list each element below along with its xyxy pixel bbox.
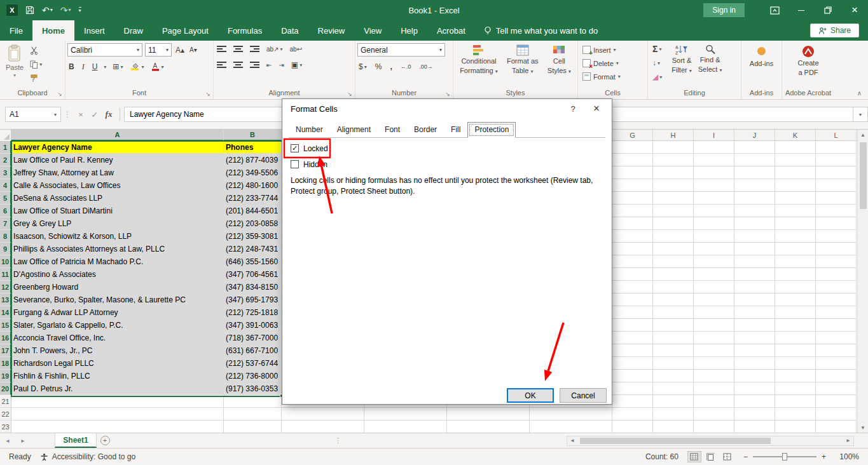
- cell-E23[interactable]: [447, 421, 530, 433]
- collapse-ribbon-icon[interactable]: ∧: [857, 90, 862, 97]
- cell-C22[interactable]: [282, 408, 364, 421]
- cell-L4[interactable]: [816, 179, 857, 192]
- cell-J2[interactable]: [734, 154, 775, 166]
- cell-B2[interactable]: (212) 877-4039: [224, 154, 282, 166]
- dialog-tab-alignment[interactable]: Alignment: [330, 122, 378, 138]
- cell-H4[interactable]: [653, 179, 694, 192]
- font-dialog-launcher-icon[interactable]: ↘: [204, 90, 212, 98]
- row-header-16[interactable]: 16: [0, 332, 11, 344]
- find-select-button[interactable]: Find & Select ▾: [695, 42, 726, 76]
- save-icon[interactable]: [25, 6, 34, 15]
- cell-I21[interactable]: [694, 395, 734, 408]
- cell-G19[interactable]: [612, 370, 653, 382]
- tab-data[interactable]: Data: [272, 20, 308, 41]
- cell-I11[interactable]: [694, 268, 734, 281]
- cell-G15[interactable]: [612, 319, 653, 332]
- cell-B16[interactable]: (718) 367-7000: [224, 332, 282, 344]
- cell-K18[interactable]: [775, 357, 816, 370]
- merge-center-button[interactable]: ▣▾: [290, 59, 303, 71]
- cell-K22[interactable]: [775, 408, 816, 421]
- cell-H9[interactable]: [653, 243, 694, 255]
- cell-J14[interactable]: [734, 306, 775, 319]
- cell-B6[interactable]: (201) 844-6501: [224, 205, 282, 217]
- zoom-in-icon[interactable]: +: [822, 452, 826, 461]
- share-button[interactable]: Share: [810, 24, 859, 37]
- cell-B20[interactable]: (917) 336-0353: [224, 382, 282, 395]
- page-layout-view-button[interactable]: [704, 451, 718, 462]
- align-left-icon[interactable]: [216, 59, 228, 71]
- column-header-a[interactable]: A: [11, 130, 224, 141]
- row-header-23[interactable]: 23: [0, 421, 11, 433]
- cell-L14[interactable]: [816, 306, 857, 319]
- underline-button[interactable]: U: [91, 61, 99, 72]
- scroll-up-icon[interactable]: ▲: [858, 130, 868, 140]
- column-header-j[interactable]: J: [734, 130, 775, 141]
- cell-L13[interactable]: [816, 293, 857, 306]
- cell-A2[interactable]: Law Office of Paul R. Kenney: [11, 154, 224, 166]
- cell-K23[interactable]: [775, 421, 816, 433]
- cell-G13[interactable]: [612, 293, 653, 306]
- cell-B1[interactable]: Phones: [224, 141, 282, 154]
- cell-I3[interactable]: [694, 166, 734, 179]
- name-box[interactable]: A1▾: [5, 107, 61, 122]
- dialog-tab-font[interactable]: Font: [378, 122, 407, 138]
- accessibility-status[interactable]: Accessibility: Good to go: [40, 452, 135, 461]
- cell-H3[interactable]: [653, 166, 694, 179]
- conditional-formatting-button[interactable]: Conditional Formatting ▾: [457, 42, 501, 78]
- next-sheet-icon[interactable]: ▸: [15, 433, 31, 448]
- cell-A5[interactable]: DeSena & Associates LLP: [11, 192, 224, 205]
- cell-G3[interactable]: [612, 166, 653, 179]
- delete-cells-button[interactable]: Delete▾: [580, 57, 645, 70]
- cell-K5[interactable]: [775, 192, 816, 205]
- locked-checkbox[interactable]: ✓ Locked: [291, 144, 603, 153]
- cell-I20[interactable]: [694, 382, 734, 395]
- cell-J8[interactable]: [734, 230, 775, 243]
- cell-K6[interactable]: [775, 205, 816, 217]
- cell-A4[interactable]: Calle & Associates, Law Offices: [11, 179, 224, 192]
- format-painter-button[interactable]: [29, 72, 43, 84]
- cell-A9[interactable]: Phillips & Associates Attorneys at Law, …: [11, 243, 224, 255]
- dialog-tab-number[interactable]: Number: [289, 122, 330, 138]
- cell-G5[interactable]: [612, 192, 653, 205]
- row-header-13[interactable]: 13: [0, 293, 11, 306]
- cell-J4[interactable]: [734, 179, 775, 192]
- cell-B17[interactable]: (631) 667-7100: [224, 344, 282, 357]
- cell-A20[interactable]: Paul D. Petrus Jr.: [11, 382, 224, 395]
- cell-E22[interactable]: [447, 408, 530, 421]
- minimize-button[interactable]: [788, 0, 815, 20]
- cell-K9[interactable]: [775, 243, 816, 255]
- cell-I17[interactable]: [694, 344, 734, 357]
- dialog-close-button[interactable]: ×: [582, 103, 610, 114]
- scroll-left-icon[interactable]: ◄: [567, 438, 577, 443]
- cell-B3[interactable]: (212) 349-5506: [224, 166, 282, 179]
- cell-G11[interactable]: [612, 268, 653, 281]
- hidden-checkbox[interactable]: Hidden: [291, 159, 603, 169]
- cell-A7[interactable]: Grey & Grey LLP: [11, 217, 224, 230]
- font-size-select[interactable]: 11▾: [145, 43, 172, 57]
- cell-B10[interactable]: (646) 355-1560: [224, 255, 282, 268]
- column-header-k[interactable]: K: [775, 130, 816, 141]
- cell-F22[interactable]: [530, 408, 612, 421]
- cancel-entry-icon[interactable]: ×: [74, 110, 88, 119]
- count-indicator[interactable]: Count: 60: [645, 452, 679, 461]
- cell-A17[interactable]: John T. Powers, Jr., PC: [11, 344, 224, 357]
- cell-J16[interactable]: [734, 332, 775, 344]
- cell-K15[interactable]: [775, 319, 816, 332]
- format-as-table-button[interactable]: Format as Table ▾: [504, 42, 542, 78]
- cell-H11[interactable]: [653, 268, 694, 281]
- cell-A19[interactable]: Fishlin & Fishlin, PLLC: [11, 370, 224, 382]
- cell-H13[interactable]: [653, 293, 694, 306]
- cut-button[interactable]: [29, 44, 43, 56]
- fill-button[interactable]: ↓▾: [651, 57, 663, 69]
- redo-icon[interactable]: ↷▾: [60, 6, 71, 15]
- row-header-8[interactable]: 8: [0, 230, 11, 243]
- cell-H20[interactable]: [653, 382, 694, 395]
- cell-H17[interactable]: [653, 344, 694, 357]
- row-header-14[interactable]: 14: [0, 306, 11, 319]
- cell-L20[interactable]: [816, 382, 857, 395]
- row-header-22[interactable]: 22: [0, 408, 11, 421]
- cell-A22[interactable]: [11, 408, 224, 421]
- cell-A12[interactable]: Greenberg Howard: [11, 281, 224, 293]
- cell-G17[interactable]: [612, 344, 653, 357]
- align-right-icon[interactable]: [249, 59, 261, 71]
